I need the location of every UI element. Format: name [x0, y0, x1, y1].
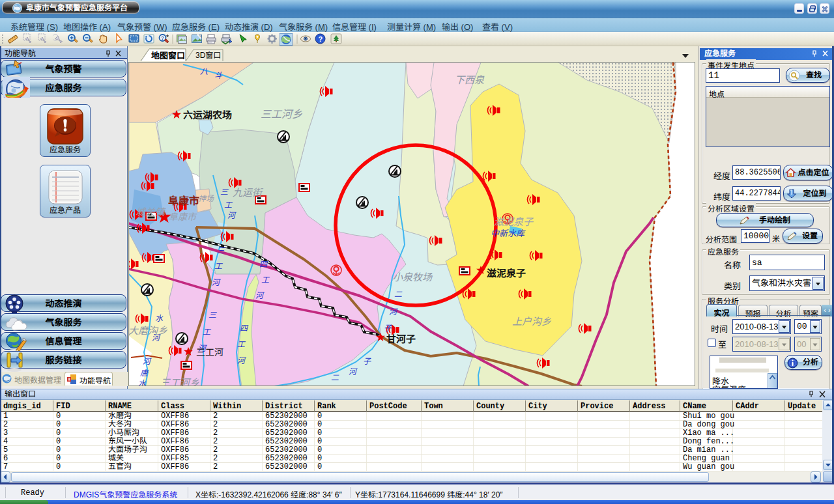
svg-text:滋泥泉子: 滋泥泉子 — [494, 216, 534, 227]
svg-text:大磨沟乡: 大磨沟乡 — [129, 325, 167, 336]
svg-text:工: 工 — [203, 328, 211, 337]
svg-text:河: 河 — [152, 333, 161, 343]
svg-text:三工河乡: 三工河乡 — [261, 109, 302, 120]
svg-text:工: 工 — [237, 340, 246, 349]
svg-text:斗: 斗 — [214, 71, 223, 80]
svg-text:子: 子 — [363, 357, 371, 366]
svg-text:河: 河 — [255, 291, 265, 300]
svg-text:三工河: 三工河 — [196, 347, 223, 357]
svg-text:河: 河 — [389, 307, 398, 316]
svg-text:?: ? — [319, 35, 323, 43]
svg-text:甘河子: 甘河子 — [386, 333, 416, 344]
svg-text:二: 二 — [331, 373, 339, 382]
svg-text:3D窗口: 3D窗口 — [195, 51, 221, 60]
svg-text:水: 水 — [155, 314, 164, 323]
svg-text:滋泥泉子: 滋泥泉子 — [487, 268, 526, 279]
svg-text:河: 河 — [212, 278, 221, 287]
svg-text:?: ? — [161, 35, 164, 41]
svg-text:工: 工 — [261, 275, 270, 285]
svg-text:四: 四 — [240, 324, 249, 333]
svg-text:工: 工 — [214, 262, 223, 271]
svg-text:河: 河 — [237, 356, 246, 365]
svg-text:河: 河 — [227, 211, 237, 220]
svg-text:河: 河 — [349, 367, 358, 376]
svg-text:上户沟乡: 上户沟乡 — [512, 316, 551, 327]
svg-text:阜康市: 阜康市 — [168, 195, 199, 206]
svg-text:中新水库: 中新水库 — [491, 229, 526, 238]
svg-text:河: 河 — [143, 357, 152, 366]
svg-text:九运街: 九运街 — [233, 187, 264, 198]
svg-text:四: 四 — [259, 260, 268, 269]
svg-text:八: 八 — [200, 67, 208, 76]
svg-text:三: 三 — [220, 188, 229, 197]
svg-text:小泉牧场: 小泉牧场 — [393, 272, 433, 283]
svg-text:三: 三 — [208, 311, 217, 320]
svg-text:子: 子 — [384, 324, 392, 333]
svg-text:地图窗口: 地图窗口 — [151, 51, 185, 61]
svg-text:神场: 神场 — [198, 194, 214, 203]
svg-text:六运湖农场: 六运湖农场 — [183, 109, 232, 120]
svg-text:水: 水 — [138, 379, 147, 385]
svg-text:下西泉: 下西泉 — [455, 74, 485, 85]
svg-text:三工河乡: 三工河乡 — [160, 377, 199, 385]
svg-text:工: 工 — [224, 201, 233, 210]
svg-text:三: 三 — [217, 246, 225, 255]
svg-text:唐: 唐 — [140, 369, 149, 378]
svg-text:城关镇: 城关镇 — [136, 206, 166, 217]
svg-text:阜康市: 阜康市 — [169, 212, 197, 222]
svg-text:二: 二 — [394, 290, 403, 299]
